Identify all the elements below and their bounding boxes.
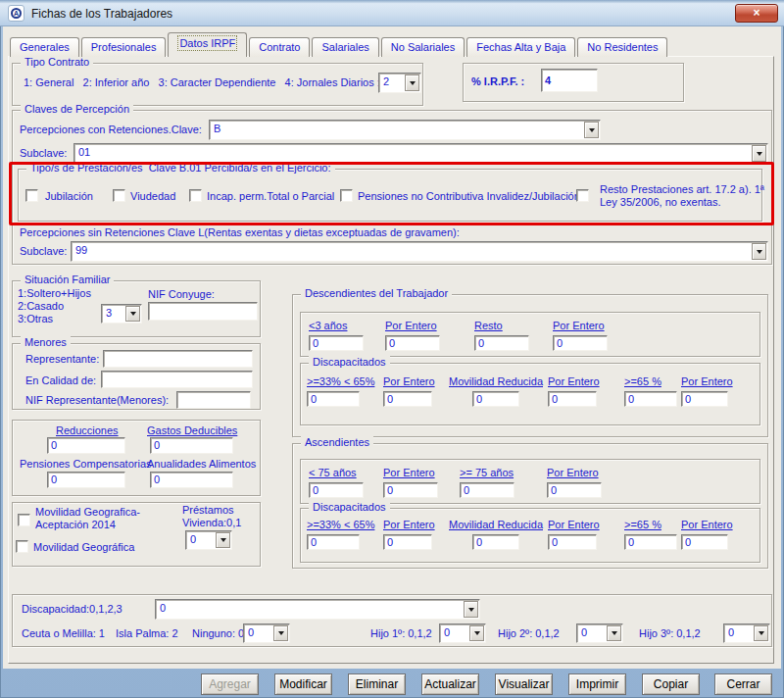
prestamos-vivienda-dropdown[interactable]: 0 [185,530,232,550]
checkbox-pensiones-no-contributiva[interactable] [340,189,353,202]
column-label: < 75 años [309,467,357,479]
jornales-diarios-value: 2 [383,75,389,87]
copiar-button[interactable]: Copiar [642,673,700,695]
column-label: Por Entero [547,467,599,479]
desc-disc-33-input[interactable]: 0 [307,391,360,407]
representante-label: Representante: [25,353,99,366]
groupbox-title: Situación Familiar [21,274,114,286]
tipo-contrato-options-label: 1: General 2: Inferior año 3: Caracter D… [24,76,380,89]
desc-menor3-entero-input[interactable]: 0 [385,335,440,351]
desc-disc-movilidad-input[interactable]: 0 [472,391,519,407]
column-label: Por Entero [548,519,600,531]
dropdown-button[interactable] [752,243,766,260]
groupbox-title: Tipo/s de Prestación/es Clave B.01 Perci… [26,162,335,174]
window-title: Fichas de los Trabajadores [31,7,172,21]
tab-profesionales[interactable]: Profesionales [81,37,167,57]
checkbox-incap-perm[interactable] [189,189,202,202]
close-button[interactable]: × [735,4,778,23]
subclave2-label: Subclave: [20,245,67,258]
pensiones-compensatorias-input[interactable]: 0 [47,472,125,488]
asc-mayor75-entero-input[interactable]: 0 [547,482,602,498]
nif-representante-input[interactable] [176,391,251,409]
cerrar-button[interactable]: Cerrar [714,673,772,695]
gastos-deducibles-input[interactable]: 0 [150,437,233,454]
imprimir-button[interactable]: Imprimir [568,673,626,695]
tab-contrato[interactable]: Contrato [249,37,310,57]
asc-disc-33-input[interactable]: 0 [307,534,360,550]
asc-disc-65-entero-input[interactable]: 0 [681,534,728,550]
ninguno-label: Ninguno: 0 : [192,627,250,640]
tab-no-residentes[interactable]: No Residentes [577,37,667,57]
modificar-button[interactable]: Modificar [274,673,332,695]
tab-salariales[interactable]: Salariales [312,37,378,57]
dropdown-button[interactable] [273,625,288,641]
anualidades-alimentos-label: Anualidades Alimentos [147,458,256,471]
hijo2-value: 0 [581,626,587,638]
asc-mayor75-input[interactable]: 0 [460,482,514,498]
desc-disc-65-input[interactable]: 0 [624,391,677,407]
checkbox-viudedad[interactable] [113,189,125,202]
jornales-diarios-dropdown[interactable]: 2 [378,73,421,93]
anualidades-alimentos-input[interactable]: 0 [150,472,233,488]
column-label: Movilidad Reducida [449,519,543,531]
discapacidad-value: 0 [160,602,166,614]
dropdown-button[interactable] [216,532,230,548]
desc-resto-entero-input[interactable]: 0 [553,335,608,351]
actualizar-button[interactable]: Actualizar [421,673,479,695]
eliminar-button[interactable]: Eliminar [348,673,406,695]
discapacidad-dropdown[interactable]: 0 [155,599,480,620]
checkbox-movilidad-geografica[interactable] [16,540,28,553]
ceuta-dropdown[interactable]: 0 [243,623,290,643]
hijo1-dropdown[interactable]: 0 [439,623,486,643]
checkbox-movilidad-2014-label: Movilidad Geografica-Aceptación 2014 [35,506,182,531]
asc-disc-movilidad-entero-input[interactable]: 0 [548,534,597,550]
en-calidad-input[interactable] [101,371,253,388]
visualizar-button[interactable]: Visualizar [495,673,553,695]
desc-disc-33-entero-input[interactable]: 0 [383,391,432,407]
subclave2-dropdown[interactable]: 99 [71,241,768,262]
title-bar[interactable]: A Fichas de los Trabajadores × [0,0,784,26]
asc-disc-33-entero-input[interactable]: 0 [383,534,432,550]
dropdown-button[interactable] [752,145,766,162]
hijo3-dropdown[interactable]: 0 [723,623,770,643]
checkbox-movilidad-2014[interactable] [18,514,30,526]
dropdown-button[interactable] [607,625,621,641]
subclave-dropdown[interactable]: 01 [74,143,768,164]
dropdown-button[interactable] [405,75,419,91]
hijo2-dropdown[interactable]: 0 [576,623,623,643]
tab-datos-irpf[interactable]: Datos IRPF [168,32,247,57]
desc-menor3-input[interactable]: 0 [309,335,364,351]
dropdown-button[interactable] [754,625,768,641]
irpf-input[interactable]: 4 [541,69,598,92]
tab-generales[interactable]: Generales [10,37,79,57]
chevron-down-icon [589,128,595,132]
situacion-familiar-dropdown[interactable]: 3 [101,304,142,324]
hijo3-value: 0 [728,626,734,638]
checkbox-resto-prestaciones[interactable] [576,189,589,202]
asc-menor75-entero-input[interactable]: 0 [383,482,438,498]
column-label: >= 75 años [460,467,514,479]
dropdown-button[interactable] [584,122,599,138]
checkbox-jubilacion[interactable] [25,189,38,202]
asc-menor75-input[interactable]: 0 [309,482,364,498]
reducciones-input[interactable]: 0 [47,437,125,454]
nif-conyuge-input[interactable] [148,302,258,321]
prestamos-vivienda-value: 0 [190,533,196,545]
column-label: Movilidad Reducida [449,375,543,388]
asc-disc-movilidad-input[interactable]: 0 [472,534,519,550]
representante-input[interactable] [103,350,253,368]
clave-retenciones-dropdown[interactable]: B [209,120,601,140]
desc-disc-movilidad-entero-input[interactable]: 0 [548,391,597,407]
asc-disc-65-input[interactable]: 0 [624,534,677,550]
window-fichas-trabajadores: A Fichas de los Trabajadores × Generales… [0,0,784,698]
dropdown-button[interactable] [469,625,484,641]
column-label: Por Entero [385,320,437,332]
groupbox-ascendientes-discapacitados: Discapacitados >=33% < 65% 0 Por Entero … [300,508,760,563]
dropdown-button[interactable] [464,601,478,618]
desc-disc-65-entero-input[interactable]: 0 [681,391,728,407]
desc-resto-input[interactable]: 0 [474,335,529,351]
groupbox-title: Menores [21,336,71,349]
dropdown-button[interactable] [125,306,140,322]
tab-fechas-alta-baja[interactable]: Fechas Alta y Baja [466,37,575,57]
tab-no-salariales[interactable]: No Salariales [381,37,465,57]
